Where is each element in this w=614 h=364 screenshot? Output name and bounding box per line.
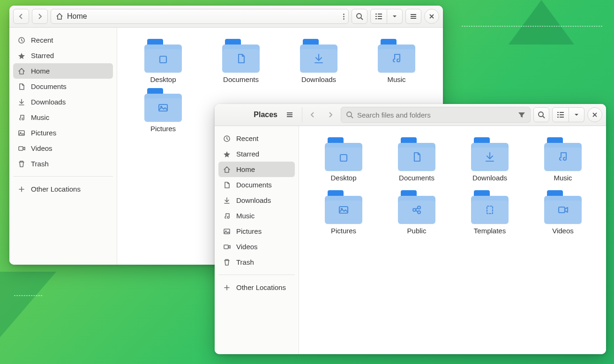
folder-icon bbox=[325, 190, 362, 224]
folder-label: Desktop bbox=[330, 174, 356, 182]
plus-icon bbox=[223, 284, 231, 291]
folder-item-documents[interactable]: Documents bbox=[382, 137, 452, 182]
places-title: Places bbox=[254, 111, 282, 119]
close-button[interactable] bbox=[587, 107, 602, 122]
sidebar-item-recent[interactable]: Recent bbox=[218, 131, 295, 146]
folder-item-videos[interactable]: Videos bbox=[528, 190, 598, 235]
pathbar-more-icon[interactable] bbox=[343, 14, 344, 20]
folder-label: Documents bbox=[399, 174, 434, 182]
folder-item-downloads[interactable]: Downloads bbox=[282, 39, 355, 83]
sidebar-item-label: Other Locations bbox=[236, 283, 286, 291]
search-icon bbox=[346, 111, 353, 119]
titlebar-separator bbox=[302, 107, 302, 122]
sidebar-item-label: Starred bbox=[236, 150, 259, 158]
sidebar-item-music[interactable]: Music bbox=[218, 208, 295, 223]
forward-button[interactable] bbox=[323, 107, 338, 122]
list-view-button[interactable] bbox=[370, 9, 387, 24]
sidebar-item-recent[interactable]: Recent bbox=[13, 32, 113, 48]
sidebar-item-starred[interactable]: Starred bbox=[13, 48, 113, 63]
svg-rect-16 bbox=[557, 112, 559, 113]
svg-rect-18 bbox=[557, 114, 559, 115]
close-button[interactable] bbox=[424, 9, 439, 24]
folder-icon bbox=[544, 190, 582, 224]
search-button[interactable] bbox=[352, 9, 367, 24]
svg-rect-26 bbox=[340, 155, 347, 161]
sidebar-item-downloads[interactable]: Downloads bbox=[13, 94, 113, 110]
sidebar-item-label: Downloads bbox=[236, 196, 271, 204]
folder-item-pictures[interactable]: Pictures bbox=[308, 190, 379, 235]
view-options-dropdown[interactable] bbox=[569, 107, 584, 122]
sidebar-item-trash[interactable]: Trash bbox=[218, 254, 295, 270]
titlebar: Places bbox=[215, 104, 606, 126]
filter-icon[interactable] bbox=[518, 111, 525, 119]
home-icon bbox=[56, 13, 63, 20]
picture-icon bbox=[223, 228, 231, 235]
folder-item-public[interactable]: Public bbox=[382, 190, 452, 235]
content-area[interactable]: Desktop Documents Downloads Music Pictur… bbox=[299, 126, 606, 354]
svg-rect-27 bbox=[339, 207, 348, 213]
music-icon bbox=[223, 212, 231, 220]
svg-rect-23 bbox=[224, 229, 230, 234]
star-icon bbox=[18, 52, 25, 59]
folder-item-pictures[interactable]: Pictures bbox=[127, 88, 200, 133]
sidebar-item-videos[interactable]: Videos bbox=[218, 239, 295, 254]
svg-rect-5 bbox=[375, 18, 377, 19]
sidebar-item-starred[interactable]: Starred bbox=[218, 146, 295, 162]
folder-icon bbox=[144, 88, 182, 122]
search-field[interactable] bbox=[341, 107, 531, 123]
folder-item-desktop[interactable]: Desktop bbox=[127, 39, 200, 83]
sidebar-item-music[interactable]: Music bbox=[13, 110, 113, 125]
folder-label: Templates bbox=[474, 227, 506, 235]
sidebar-item-trash[interactable]: Trash bbox=[13, 156, 113, 171]
folder-label: Music bbox=[387, 75, 405, 83]
hamburger-menu-button[interactable] bbox=[405, 9, 421, 24]
nautilus-window-2: Places bbox=[215, 104, 606, 354]
svg-point-31 bbox=[418, 211, 420, 214]
forward-button[interactable] bbox=[32, 9, 48, 24]
folder-item-templates[interactable]: Templates bbox=[455, 190, 525, 235]
folder-icon bbox=[398, 190, 435, 224]
search-input[interactable] bbox=[357, 111, 514, 119]
sidebar-item-pictures[interactable]: Pictures bbox=[218, 223, 295, 239]
list-view-button[interactable] bbox=[552, 107, 569, 122]
folder-label: Downloads bbox=[472, 174, 507, 182]
sidebar-item-label: Recent bbox=[31, 36, 53, 44]
folder-icon bbox=[398, 137, 435, 171]
sidebar-item-other-locations[interactable]: Other Locations bbox=[13, 181, 113, 197]
folder-item-documents[interactable]: Documents bbox=[204, 39, 277, 83]
sidebar-item-other-locations[interactable]: Other Locations bbox=[218, 280, 295, 295]
music-icon bbox=[18, 114, 25, 121]
svg-rect-1 bbox=[375, 14, 377, 15]
sidebar-item-pictures[interactable]: Pictures bbox=[13, 125, 113, 141]
view-switcher bbox=[552, 107, 584, 122]
sidebar-item-videos[interactable]: Videos bbox=[13, 141, 113, 156]
folder-item-downloads[interactable]: Downloads bbox=[455, 137, 525, 182]
svg-rect-8 bbox=[19, 131, 24, 135]
sidebar-item-label: Videos bbox=[236, 243, 258, 251]
folder-icon bbox=[544, 137, 582, 171]
wallpaper-triangle bbox=[0, 272, 56, 337]
view-options-dropdown[interactable] bbox=[387, 9, 403, 24]
back-button[interactable] bbox=[13, 9, 29, 24]
folder-label: Videos bbox=[552, 227, 574, 235]
svg-point-29 bbox=[413, 208, 416, 211]
folder-item-music[interactable]: Music bbox=[360, 39, 433, 83]
sidebar-item-documents[interactable]: Documents bbox=[218, 177, 295, 193]
path-label: Home bbox=[67, 12, 87, 21]
folder-item-desktop[interactable]: Desktop bbox=[308, 137, 379, 182]
folder-item-music[interactable]: Music bbox=[528, 137, 598, 182]
search-button[interactable] bbox=[533, 107, 549, 122]
sidebar-item-documents[interactable]: Documents bbox=[13, 79, 113, 94]
star-icon bbox=[223, 150, 231, 158]
sidebar-item-home[interactable]: Home bbox=[218, 162, 295, 177]
sidebar-hamburger-button[interactable] bbox=[282, 107, 297, 122]
folder-label: Pictures bbox=[331, 227, 356, 235]
svg-rect-20 bbox=[557, 117, 559, 118]
back-button[interactable] bbox=[305, 107, 320, 122]
svg-rect-33 bbox=[559, 207, 565, 213]
folder-label: Documents bbox=[223, 75, 259, 83]
svg-rect-10 bbox=[19, 147, 23, 150]
sidebar-item-home[interactable]: Home bbox=[13, 63, 113, 79]
sidebar-item-downloads[interactable]: Downloads bbox=[218, 193, 295, 208]
pathbar[interactable]: Home bbox=[51, 9, 349, 24]
